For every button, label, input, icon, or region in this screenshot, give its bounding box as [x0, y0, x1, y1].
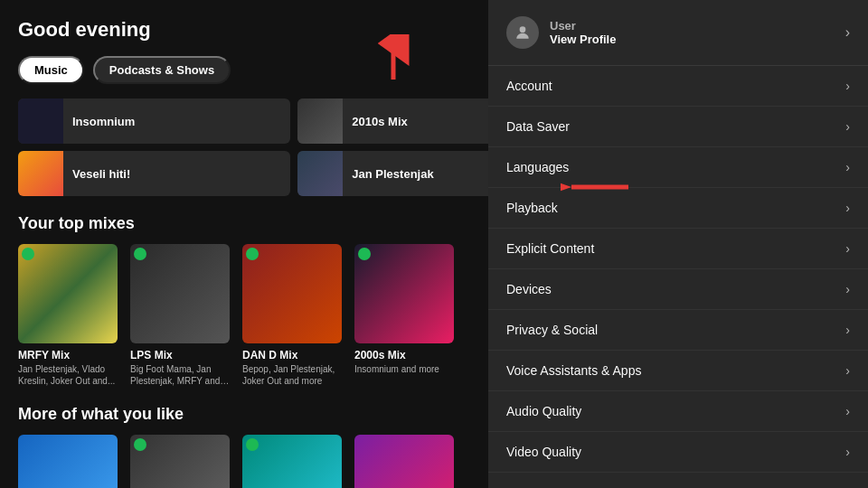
dropdown-label-video: Video Quality [506, 445, 581, 459]
mix-card-lps[interactable]: LPS Mix Big Foot Mama, Jan Plestenjak, M… [130, 244, 230, 387]
mix-thumb-dand [242, 244, 342, 343]
dropdown-item-privacy[interactable]: Privacy & Social › [488, 310, 868, 351]
dropdown-item-devices[interactable]: Devices › [488, 269, 868, 310]
tab-podcasts[interactable]: Podcasts & Shows [93, 56, 231, 84]
dropdown-label-datasaver: Data Saver [506, 119, 570, 134]
dropdown-label-account: Account [506, 79, 552, 93]
profile-chevron-icon: › [845, 24, 850, 41]
mix-label-mrfy: MRFY Mix [18, 349, 118, 361]
dropdown-label-playback: Playback [506, 201, 558, 215]
dropdown-chevron-voice: › [845, 363, 850, 378]
dropdown-menu: User View Profile › Account › Data Saver… [488, 0, 868, 488]
dropdown-chevron-devices: › [845, 282, 850, 296]
mix-sub-lps: Big Foot Mama, Jan Plestenjak, MRFY and … [130, 363, 230, 387]
quick-pick-thumb-insomnium [18, 99, 63, 144]
dropdown-profile[interactable]: User View Profile › [488, 0, 868, 66]
mix-thumb-lps [130, 244, 230, 343]
dropdown-label-voice: Voice Assistants & Apps [506, 363, 641, 378]
dropdown-item-voice[interactable]: Voice Assistants & Apps › [488, 351, 868, 391]
quick-pick-thumb-2010s [297, 99, 343, 144]
dropdown-label-audio: Audio Quality [506, 404, 581, 418]
view-profile-link[interactable]: View Profile [550, 33, 616, 46]
dropdown-item-storage[interactable]: Storage › [488, 473, 868, 488]
more-card-party[interactable]: The Party Hits [242, 435, 342, 488]
svg-point-0 [520, 26, 526, 33]
dropdown-item-audio[interactable]: Audio Quality › [488, 391, 868, 432]
dropdown-label-explicit: Explicit Content [506, 241, 594, 256]
mix-card-dand[interactable]: DAN D Mix Bepop, Jan Plestenjak, Joker O… [242, 244, 342, 387]
more-thumb-party [242, 435, 342, 488]
profile-avatar [506, 16, 539, 49]
quick-pick-veseli[interactable]: Veseli hiti! [18, 151, 290, 196]
quick-pick-label-insomnium: Insomnium [63, 115, 290, 128]
more-thumb-happy [18, 435, 118, 488]
profile-username: User [550, 19, 616, 33]
mix-label-2000s: 2000s Mix [354, 349, 454, 361]
dropdown-label-devices: Devices [506, 282, 552, 296]
dropdown-chevron-explicit: › [845, 241, 850, 256]
red-arrow-left [561, 174, 633, 201]
more-thumb-2010s [354, 435, 454, 488]
dropdown-chevron-playback: › [845, 201, 850, 215]
more-card-2010s[interactable]: 2010s... [354, 435, 454, 488]
mix-label-lps: LPS Mix [130, 349, 230, 361]
profile-info: User View Profile [550, 19, 616, 46]
mix-thumb-mrfy [18, 244, 118, 343]
quick-pick-thumb-jan [297, 151, 343, 196]
mix-sub-dand: Bepop, Jan Plestenjak, Joker Out and mor… [242, 363, 342, 387]
dropdown-item-account[interactable]: Account › [488, 66, 868, 107]
dropdown-chevron-audio: › [845, 404, 850, 418]
dropdown-item-explicit[interactable]: Explicit Content › [488, 229, 868, 269]
dropdown-chevron-datasaver: › [845, 119, 850, 134]
more-thumb-throwback [130, 435, 230, 488]
tab-music[interactable]: Music [18, 56, 84, 84]
quick-pick-insomnium[interactable]: Insomnium [18, 99, 290, 144]
quick-pick-thumb-veseli [18, 151, 63, 196]
more-card-throwback[interactable]: Throwback Party [130, 435, 230, 488]
mix-card-2000s[interactable]: 2000s Mix Insomnium and more [354, 244, 454, 387]
dropdown-item-languages[interactable]: Languages › [488, 147, 868, 188]
mix-sub-mrfy: Jan Plestenjak, Vlado Kreslin, Joker Out… [18, 363, 118, 387]
more-card-happy[interactable]: Happy Pop Hits [18, 435, 118, 488]
dropdown-item-datasaver[interactable]: Data Saver › [488, 107, 868, 147]
dropdown-chevron-languages: › [845, 160, 850, 174]
dropdown-item-playback[interactable]: Playback › [488, 188, 868, 229]
dropdown-label-privacy: Privacy & Social [506, 323, 598, 337]
dropdown-chevron-video: › [845, 445, 850, 459]
mix-card-mrfy[interactable]: MRFY Mix Jan Plestenjak, Vlado Kreslin, … [18, 244, 118, 387]
mix-thumb-2000s [354, 244, 454, 343]
page-title: Good evening [18, 18, 151, 42]
dropdown-chevron-account: › [845, 79, 850, 93]
dropdown-chevron-privacy: › [845, 323, 850, 337]
red-arrow-up [371, 34, 416, 84]
mix-sub-2000s: Insomnium and more [354, 363, 454, 375]
mix-label-dand: DAN D Mix [242, 349, 342, 361]
dropdown-label-languages: Languages [506, 160, 569, 174]
quick-pick-label-veseli: Veseli hiti! [63, 167, 290, 181]
dropdown-item-video[interactable]: Video Quality › [488, 432, 868, 473]
